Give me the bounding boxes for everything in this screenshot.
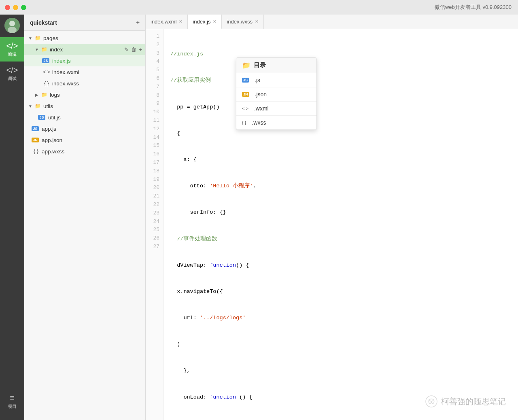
tree-item-utils[interactable]: ▼ 📁 utils [24,100,145,112]
context-menu-label-wxml: .wxml [254,105,269,112]
tab-index-wxss[interactable]: index.wxss ✕ [222,15,264,29]
folder-icon-utils: 📁 [33,103,42,109]
context-menu-label-wxss: .wxss [252,119,266,126]
debug-icon: </> [6,66,18,74]
sidebar-item-editor-label: 编辑 [8,51,17,57]
folder-icon-pages: 📁 [33,35,42,41]
index-folder-actions: ✎ 🗑 + [124,47,142,53]
context-menu-item-json[interactable]: JN .json [236,87,316,102]
arrow-index: ▼ [34,47,40,52]
editor-tabs: index.wxml ✕ index.js ✕ index.wxss ✕ [146,15,518,29]
add-file-icon[interactable]: + [139,47,142,53]
file-name-appjs: app.js [42,126,145,132]
context-menu-folder-icon: 📁 [242,61,251,70]
close-button[interactable] [5,5,10,10]
header-actions: + [136,19,140,26]
avatar[interactable] [4,18,20,33]
wxss-badge-menuitem: { } [242,120,246,125]
wxss-icon-appwxss: { } [32,148,40,154]
file-name-indexwxml: index.wxml [52,69,145,75]
json-badge-menuitem: JN [242,92,249,97]
project-icon: ≡ [10,394,15,402]
arrow-pages: ▼ [28,36,33,40]
tree-item-index[interactable]: ▼ 📁 index ✎ 🗑 + [24,44,145,55]
line-numbers: 1 2 3 4 5 6 7 8 9 10 11 12 14 15 16 17 1… [146,29,164,420]
close-tab-wxml[interactable]: ✕ [179,19,183,24]
arrow-logs: ▶ [34,93,40,97]
tree-item-index-js[interactable]: JS index.js [24,55,145,66]
tab-index-js[interactable]: index.js ✕ [188,15,222,29]
close-tab-wxss[interactable]: ✕ [255,19,259,24]
js-badge-menuitem: JS [242,78,249,83]
code-content[interactable]: //index.js //获取应用实例 pp = getApp() { a: {… [164,29,518,420]
arrow-utils: ▼ [28,104,33,108]
json-icon-appjson: JN [32,138,40,142]
context-menu-label-js: .js [255,77,260,83]
file-name-indexjs: index.js [52,58,145,64]
folder-name-pages: pages [43,35,145,41]
svg-point-1 [9,21,15,26]
code-editor[interactable]: 1 2 3 4 5 6 7 8 9 10 11 12 14 15 16 17 1… [146,29,518,420]
folder-name-index: index [50,47,124,53]
context-menu-item-js[interactable]: JS .js [236,73,316,87]
sidebar-item-editor[interactable]: </> 编辑 [0,37,24,62]
editor-icon: </> [6,42,18,50]
close-tab-js[interactable]: ✕ [213,19,217,24]
context-menu-item-wxss[interactable]: { } .wxss [236,116,316,129]
tree-item-appwxss[interactable]: { } app.wxss [24,146,145,157]
file-name-utiljs: util.js [48,115,145,121]
folder-icon-logs: 📁 [40,92,49,98]
context-menu: 📁 目录 JS .js JN .json < > .wxml { } .wxss [236,57,317,130]
svg-point-2 [8,27,17,33]
js-icon-appjs: JS [32,126,40,131]
js-icon-indexjs: JS [42,58,51,63]
context-menu-item-wxml[interactable]: < > .wxml [236,102,316,116]
traffic-lights [5,5,26,10]
edit-icon[interactable]: ✎ [124,47,129,53]
tab-label-wxss: index.wxss [227,19,253,25]
folder-name-logs: logs [50,92,145,98]
context-menu-title: 目录 [254,62,266,69]
project-name: quickstart [30,19,57,26]
watermark-icon [425,395,438,408]
maximize-button[interactable] [21,5,26,10]
context-menu-label-json: .json [255,91,267,98]
tab-label-wxml: index.wxml [151,19,176,25]
file-name-indexwxss: index.wxss [52,81,145,87]
file-name-appwxss: app.wxss [42,148,145,155]
tree-item-appjs[interactable]: JS app.js [24,123,145,134]
file-tree-panel: quickstart + ▼ 📁 pages ▼ 📁 index ✎ [24,15,146,420]
app-title: 微信web开发者工具 v0.9.092300 [435,4,512,11]
tab-label-js: index.js [193,19,210,25]
tree-item-index-wxss[interactable]: { } index.wxss [24,78,145,89]
add-icon[interactable]: + [136,19,140,26]
minimize-button[interactable] [13,5,18,10]
folder-name-utils: utils [43,103,145,109]
sidebar-icons: </> 编辑 </> 调试 ≡ 项目 [0,15,24,420]
delete-icon[interactable]: 🗑 [131,47,136,53]
tree-item-appjson[interactable]: JN app.json [24,134,145,146]
folder-icon-index: 📁 [40,47,49,52]
tab-index-wxml[interactable]: index.wxml ✕ [146,15,188,29]
watermark-text: 柯善强的随思笔记 [441,396,506,407]
js-icon-utiljs: JS [38,115,47,120]
tree-item-pages[interactable]: ▼ 📁 pages [24,32,145,44]
title-bar: 微信web开发者工具 v0.9.092300 [0,0,518,15]
watermark: 柯善强的随思笔记 [425,395,506,408]
wxss-icon-indexwxss: { } [42,81,51,86]
tree-item-logs[interactable]: ▶ 📁 logs [24,89,145,100]
tree-item-utiljs[interactable]: JS util.js [24,112,145,123]
context-menu-header: 📁 目录 [236,58,316,73]
file-tree-header: quickstart + [24,15,145,31]
tree-item-index-wxml[interactable]: < > index.wxml [24,66,145,78]
file-tree: ▼ 📁 pages ▼ 📁 index ✎ 🗑 + JS in [24,31,145,420]
editor-area: index.wxml ✕ index.js ✕ index.wxss ✕ 1 2… [146,15,518,420]
sidebar-item-project-label: 项目 [8,403,17,409]
wxml-badge-menuitem: < > [242,106,248,111]
sidebar-item-debug-label: 调试 [8,76,17,82]
sidebar-item-project[interactable]: ≡ 项目 [0,389,24,414]
sidebar-item-debug[interactable]: </> 调试 [0,62,24,86]
file-name-appjson: app.json [42,137,145,143]
wxml-icon-indexwxml: < > [42,69,51,75]
